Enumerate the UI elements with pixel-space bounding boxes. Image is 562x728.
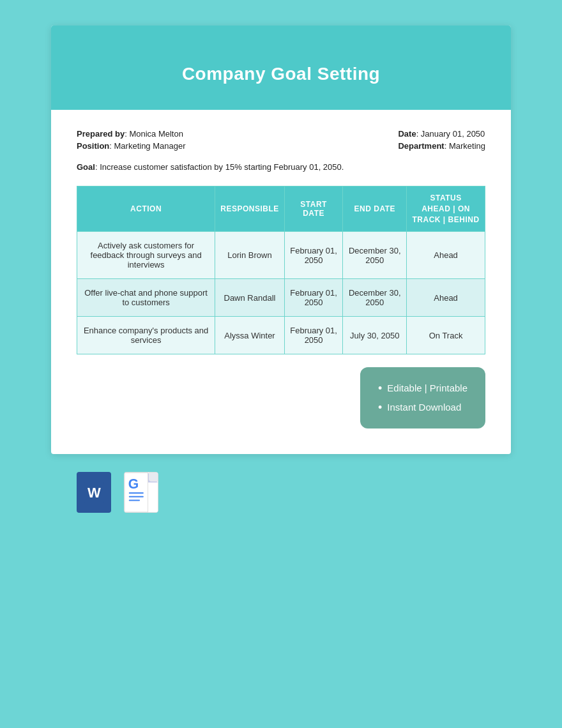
cell-responsible: Alyssa Winter	[215, 317, 285, 354]
position-line: Position: Marketing Manager	[77, 141, 186, 151]
goal-text: Increase customer satisfaction by 15% st…	[100, 162, 344, 172]
goal-label: Goal	[77, 162, 95, 172]
word-svg: W	[84, 482, 104, 503]
date-value: January 01, 2050	[421, 129, 485, 139]
department-value: Marketing	[449, 141, 485, 151]
svg-marker-3	[148, 473, 158, 483]
cell-status: Ahead	[407, 232, 485, 279]
word-icon-wrapper[interactable]: W	[77, 472, 111, 513]
department-line: Department: Marketing	[398, 141, 485, 151]
status-subtitle: Ahead | On Track | Behind	[413, 204, 480, 224]
bullet-icon-2: •	[378, 402, 382, 413]
bottom-icons: W G	[38, 472, 158, 513]
bullet-icon-1: •	[378, 383, 382, 394]
docs-icon-wrapper[interactable]: G	[124, 472, 158, 513]
cell-responsible: Dawn Randall	[215, 279, 285, 317]
cell-start-date: February 01, 2050	[284, 317, 343, 354]
goal-line: Goal: Increase customer satisfaction by …	[77, 162, 485, 172]
document-container: Company Goal Setting Prepared by: Monica…	[51, 26, 511, 454]
meta-section: Prepared by: Monica Melton Position: Mar…	[77, 129, 485, 151]
feature-badge: • Editable | Printable • Instant Downloa…	[360, 367, 485, 428]
cell-status: Ahead	[407, 279, 485, 317]
document-header: Company Goal Setting	[51, 26, 511, 110]
badge-text-1: Editable | Printable	[387, 379, 467, 398]
meta-right: Date: January 01, 2050 Department: Marke…	[398, 129, 485, 151]
prepared-by-line: Prepared by: Monica Melton	[77, 129, 186, 139]
svg-rect-8	[129, 496, 144, 497]
badge-item-2: • Instant Download	[378, 398, 467, 417]
cell-start-date: February 01, 2050	[284, 232, 343, 279]
cell-status: On Track	[407, 317, 485, 354]
cell-responsible: Lorin Brown	[215, 232, 285, 279]
department-label: Department	[398, 141, 444, 151]
cell-start-date: February 01, 2050	[284, 279, 343, 317]
goals-table: ACTION RESPONSIBLE START DATE END DATE S…	[77, 186, 485, 354]
badge-box: • Editable | Printable • Instant Downloa…	[77, 367, 485, 428]
document-title: Company Goal Setting	[77, 64, 485, 84]
col-action: ACTION	[77, 186, 215, 232]
date-line: Date: January 01, 2050	[398, 129, 485, 139]
prepared-by-label: Prepared by	[77, 129, 125, 139]
col-end-date: END DATE	[343, 186, 407, 232]
col-start-date: START DATE	[284, 186, 343, 232]
cell-action: Enhance company's products and services	[77, 317, 215, 354]
col-responsible: RESPONSIBLE	[215, 186, 285, 232]
document-body: Prepared by: Monica Melton Position: Mar…	[51, 110, 511, 454]
badge-item-1: • Editable | Printable	[378, 379, 467, 398]
cell-action: Actively ask customers for feedback thro…	[77, 232, 215, 279]
table-row: Enhance company's products and servicesA…	[77, 317, 485, 354]
svg-text:G: G	[128, 477, 139, 492]
svg-text:W: W	[87, 485, 101, 501]
position-label: Position	[77, 141, 109, 151]
cell-action: Offer live-chat and phone support to cus…	[77, 279, 215, 317]
cell-end-date: December 30, 2050	[343, 279, 407, 317]
date-label: Date	[398, 129, 416, 139]
svg-rect-7	[129, 492, 144, 494]
meta-left: Prepared by: Monica Melton Position: Mar…	[77, 129, 186, 151]
word-icon: W	[77, 472, 111, 513]
docs-svg: G	[125, 472, 158, 513]
table-header-row: ACTION RESPONSIBLE START DATE END DATE S…	[77, 186, 485, 232]
svg-rect-9	[129, 500, 140, 501]
badge-text-2: Instant Download	[387, 398, 461, 417]
table-row: Actively ask customers for feedback thro…	[77, 232, 485, 279]
col-status: STATUSAhead | On Track | Behind	[407, 186, 485, 232]
cell-end-date: December 30, 2050	[343, 232, 407, 279]
cell-end-date: July 30, 2050	[343, 317, 407, 354]
prepared-by-value: Monica Melton	[129, 129, 183, 139]
table-row: Offer live-chat and phone support to cus…	[77, 279, 485, 317]
docs-icon: G	[124, 472, 158, 513]
position-value: Marketing Manager	[114, 141, 186, 151]
